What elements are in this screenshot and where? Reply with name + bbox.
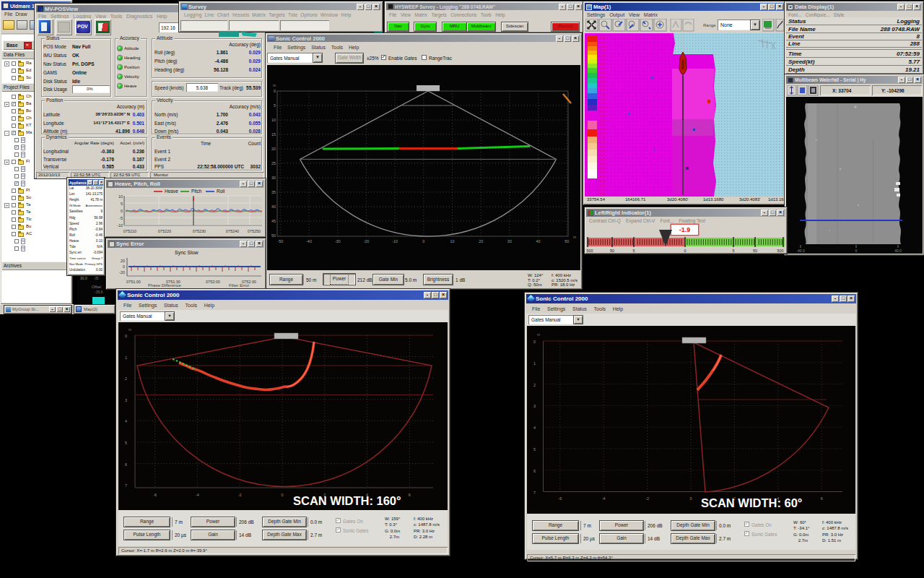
svg-text:500: 500 xyxy=(586,249,593,253)
svg-text:-30: -30 xyxy=(335,239,341,243)
svg-text:11.00: 11.00 xyxy=(598,45,606,48)
svg-text:m: m xyxy=(573,235,576,239)
svg-text:-20: -20 xyxy=(119,270,125,275)
svg-text:22.50: 22.50 xyxy=(598,144,606,148)
svg-text:22.00: 22.00 xyxy=(598,140,606,144)
svg-text:075240: 075240 xyxy=(226,229,239,233)
svg-text:-10: -10 xyxy=(392,239,398,243)
svg-text:12.00: 12.00 xyxy=(598,53,606,57)
svg-text:-40: -40 xyxy=(306,239,312,243)
svg-text:0: 0 xyxy=(533,340,536,344)
svg-text:6: 6 xyxy=(533,469,536,473)
svg-text:10: 10 xyxy=(118,195,123,199)
svg-text:0: 0 xyxy=(125,334,127,338)
svg-text:-20: -20 xyxy=(363,239,369,243)
svg-text:0: 0 xyxy=(855,249,858,253)
svg-text:m: m xyxy=(537,332,540,337)
svg-text:23.00: 23.00 xyxy=(598,149,606,152)
svg-text:18.00: 18.00 xyxy=(598,105,606,109)
svg-text:20: 20 xyxy=(121,259,125,263)
svg-text:-5: -5 xyxy=(119,216,123,220)
svg-text:17.50: 17.50 xyxy=(598,101,606,105)
svg-text:6: 6 xyxy=(821,496,823,501)
svg-text:075210: 075210 xyxy=(123,229,136,233)
svg-text:13.50: 13.50 xyxy=(598,66,606,70)
svg-text:50: 50 xyxy=(753,249,757,253)
svg-text:25.50: 25.50 xyxy=(598,171,606,174)
svg-text:20: 20 xyxy=(271,147,276,151)
svg-text:13.00: 13.00 xyxy=(598,62,606,66)
svg-text:m: m xyxy=(273,83,276,87)
svg-text:-4: -4 xyxy=(196,493,199,497)
svg-text:5: 5 xyxy=(274,103,276,108)
svg-text:-10: -10 xyxy=(117,223,123,228)
svg-text:12.50: 12.50 xyxy=(598,58,606,61)
svg-text:075250: 075250 xyxy=(248,229,261,233)
svg-text:5: 5 xyxy=(121,202,123,206)
svg-text:24.50: 24.50 xyxy=(598,162,606,165)
svg-text:0751:00: 0751:00 xyxy=(126,280,141,284)
svg-text:15.50: 15.50 xyxy=(598,84,606,87)
svg-text:17.00: 17.00 xyxy=(598,97,606,100)
svg-text:25: 25 xyxy=(271,161,276,165)
svg-text:50: 50 xyxy=(565,239,569,243)
svg-text:3: 3 xyxy=(533,404,536,408)
svg-text:-2: -2 xyxy=(238,493,242,497)
svg-text:7: 7 xyxy=(533,491,536,495)
svg-text:27.00: 27.00 xyxy=(598,184,606,187)
svg-text:2: 2 xyxy=(125,376,127,381)
svg-text:-40.0: -40.0 xyxy=(796,249,805,253)
svg-text:21.00: 21.00 xyxy=(598,131,606,135)
svg-text:16.00: 16.00 xyxy=(598,88,606,92)
svg-text:6: 6 xyxy=(125,462,127,467)
svg-text:5: 5 xyxy=(533,447,536,452)
svg-text:5: 5 xyxy=(632,249,635,253)
svg-text:40: 40 xyxy=(536,239,541,243)
svg-text:m: m xyxy=(128,327,131,332)
svg-text:40.0: 40.0 xyxy=(894,249,902,253)
svg-text:40: 40 xyxy=(271,204,276,209)
svg-text:10: 10 xyxy=(271,118,276,122)
svg-text:-2: -2 xyxy=(645,496,649,501)
svg-text:0: 0 xyxy=(121,209,123,213)
svg-text:30: 30 xyxy=(507,239,512,243)
svg-text:2: 2 xyxy=(533,383,536,387)
svg-text:25.00: 25.00 xyxy=(598,166,606,170)
svg-text:0752:00: 0752:00 xyxy=(206,280,220,284)
svg-text:23.50: 23.50 xyxy=(598,153,606,157)
svg-text:10.50: 10.50 xyxy=(598,40,606,44)
svg-text:30: 30 xyxy=(271,176,276,180)
svg-text:35: 35 xyxy=(271,190,276,194)
svg-text:45: 45 xyxy=(271,219,276,223)
svg-text:-6: -6 xyxy=(153,493,157,497)
svg-text:10.00: 10.00 xyxy=(598,36,606,40)
svg-text:26.50: 26.50 xyxy=(598,179,606,183)
svg-text:4: 4 xyxy=(125,419,127,423)
svg-text:075220: 075220 xyxy=(158,229,171,233)
svg-text:14.00: 14.00 xyxy=(598,71,606,74)
svg-text:5: 5 xyxy=(125,441,127,445)
svg-text:1: 1 xyxy=(533,361,536,366)
svg-text:7: 7 xyxy=(125,483,127,488)
svg-text:4: 4 xyxy=(533,426,536,430)
svg-text:0: 0 xyxy=(689,496,692,501)
svg-text:3: 3 xyxy=(125,398,127,402)
svg-text:-4: -4 xyxy=(602,496,606,501)
svg-text:14.50: 14.50 xyxy=(598,75,606,79)
svg-text:1: 1 xyxy=(125,355,127,360)
svg-text:500: 500 xyxy=(777,249,783,253)
svg-text:0: 0 xyxy=(274,89,276,93)
svg-text:10: 10 xyxy=(450,239,454,243)
svg-text:16.50: 16.50 xyxy=(598,92,606,96)
svg-text:20: 20 xyxy=(479,239,483,243)
svg-text:11.50: 11.50 xyxy=(598,49,606,53)
svg-text:50: 50 xyxy=(610,249,614,253)
svg-text:18.50: 18.50 xyxy=(598,110,606,113)
svg-text:20.50: 20.50 xyxy=(598,127,606,131)
svg-text:27.50: 27.50 xyxy=(598,188,606,191)
svg-text:20.00: 20.00 xyxy=(598,123,606,126)
svg-text:19.00: 19.00 xyxy=(598,114,606,118)
svg-text:-50: -50 xyxy=(277,239,283,243)
svg-text:26.00: 26.00 xyxy=(598,175,606,178)
svg-text:50: 50 xyxy=(271,233,276,238)
